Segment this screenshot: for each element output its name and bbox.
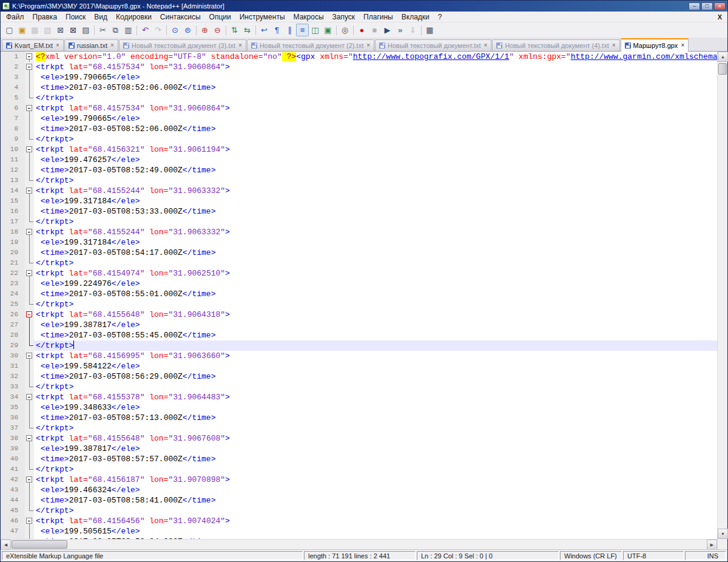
editor-line-39[interactable]: 39 <ele>199.387817</ele> — [1, 444, 717, 454]
code-text[interactable]: <time>2017-03-05T08:56:29.000Z</time> — [34, 371, 717, 382]
fold-collapse-icon[interactable] — [26, 476, 32, 482]
horizontal-scrollbar[interactable]: ◀ ▶ — [1, 539, 717, 549]
document-map-button[interactable]: ◫ — [309, 24, 322, 36]
editor-line-30[interactable]: 30<trkpt lat="68.4156995" lon="31.906366… — [1, 351, 717, 361]
editor-line-11[interactable]: 11 <ele>199.476257</ele> — [1, 155, 717, 165]
editor-line-36[interactable]: 36 <time>2017-03-05T08:57:13.000Z</time> — [1, 413, 717, 423]
scroll-right-button[interactable]: ▶ — [707, 540, 717, 550]
tab-2[interactable]: russian.txt× — [64, 39, 118, 51]
editor-line-9[interactable]: 9</trkpt> — [1, 134, 717, 144]
fold-collapse-icon[interactable] — [26, 311, 32, 317]
tab-6[interactable]: Новый текстовый документ (4).txt× — [492, 39, 619, 51]
code-text[interactable]: <trkpt lat="68.4156187" lon="31.9070898"… — [34, 475, 717, 485]
close-button[interactable]: ⊠ — [54, 24, 67, 36]
fold-collapse-icon[interactable] — [26, 270, 32, 276]
code-text[interactable]: </trkpt> — [34, 382, 717, 392]
fold-collapse-icon[interactable] — [26, 188, 32, 194]
menu-settings[interactable]: Опции — [205, 12, 235, 22]
editor-line-4[interactable]: 4 <time>2017-03-05T08:52:06.000Z</time> — [1, 83, 717, 93]
editor-line-8[interactable]: 8 <time>2017-03-05T08:52:06.000Z</time> — [1, 124, 717, 134]
menu-macros[interactable]: Макросы — [289, 12, 328, 22]
close-button[interactable]: × — [714, 2, 726, 10]
editor-line-42[interactable]: 42<trkpt lat="68.4156187" lon="31.907089… — [1, 475, 717, 485]
run-macro-multiple-times-button[interactable]: » — [394, 24, 406, 36]
new-file-button[interactable]: ▢ — [3, 24, 16, 36]
code-text[interactable]: </trkpt> — [34, 506, 717, 516]
fold-collapse-icon[interactable] — [26, 518, 32, 524]
menu-run[interactable]: Запуск — [328, 12, 360, 22]
code-text[interactable]: <ele>199.224976</ele> — [34, 279, 717, 289]
vertical-scroll-track[interactable] — [718, 62, 727, 529]
code-text[interactable]: <time>2017-03-05T08:55:01.000Z</time> — [34, 289, 717, 299]
editor-line-45[interactable]: 45</trkpt> — [1, 506, 717, 516]
editor-line-40[interactable]: 40 <time>2017-03-05T08:57:57.000Z</time> — [1, 454, 717, 464]
copy-button[interactable]: ⧉ — [109, 24, 122, 36]
start-recording-button[interactable]: ● — [356, 24, 368, 36]
editor-line-3[interactable]: 3 <ele>199.790665</ele> — [1, 72, 717, 83]
code-text[interactable]: <time>2017-03-05T08:52:49.000Z</time> — [34, 165, 717, 175]
editor-line-19[interactable]: 19 <ele>199.317184</ele> — [1, 237, 717, 248]
code-text[interactable]: <ele>199.790665</ele> — [34, 113, 717, 124]
code-text[interactable]: <time>2017-03-05T08:57:13.000Z</time> — [34, 413, 717, 423]
menu-file[interactable]: Файл — [2, 12, 29, 22]
code-text[interactable]: <time>2017-03-05T08:54:17.000Z</time> — [34, 248, 717, 258]
code-text[interactable]: <ele>199.790665</ele> — [34, 72, 717, 83]
fold-collapse-icon[interactable] — [26, 394, 32, 400]
code-text[interactable]: </trkpt> — [34, 423, 717, 433]
status-eol-format[interactable]: Windows (CR LF) — [560, 551, 622, 560]
code-text[interactable]: <ele>199.317184</ele> — [34, 196, 717, 206]
menu-plugins[interactable]: Плагины — [359, 12, 397, 22]
editor-line-34[interactable]: 34<trkpt lat="68.4155378" lon="31.906448… — [1, 392, 717, 402]
editor-line-20[interactable]: 20 <time>2017-03-05T08:54:17.000Z</time> — [1, 248, 717, 258]
minimize-button[interactable]: – — [689, 2, 700, 10]
editor-line-27[interactable]: 27 <ele>199.387817</ele> — [1, 320, 717, 330]
code-text[interactable]: </trkpt> — [34, 299, 717, 310]
code-text[interactable]: <ele>199.387817</ele> — [34, 320, 717, 330]
fold-collapse-icon[interactable] — [26, 53, 32, 59]
close-all-button[interactable]: ⊠ — [67, 24, 79, 36]
menu-view[interactable]: Вид — [90, 12, 112, 22]
code-text[interactable]: <time>2017-03-05T08:57:57.000Z</time> — [34, 454, 717, 464]
tab-close-icon[interactable]: × — [238, 42, 242, 49]
tab-close-icon[interactable]: × — [681, 42, 684, 49]
folder-as-workspace-button[interactable]: ▣ — [322, 24, 334, 36]
editor-line-2[interactable]: 2<trkpt lat="68.4157534" lon="31.9060864… — [1, 62, 717, 72]
tab-close-icon[interactable]: × — [484, 42, 488, 49]
status-encoding[interactable]: UTF-8 — [623, 551, 684, 560]
editor-line-14[interactable]: 14<trkpt lat="68.4155244" lon="31.906333… — [1, 186, 717, 196]
tab-4[interactable]: Новый текстовый документ (2).txt× — [247, 39, 374, 51]
code-text[interactable]: <ele>199.466324</ele> — [34, 485, 717, 495]
code-text[interactable]: <time>2017-03-05T08:52:06.000Z</time> — [34, 83, 717, 93]
playback-macro-button[interactable]: ▶ — [381, 24, 394, 36]
editor-line-21[interactable]: 21</trkpt> — [1, 258, 717, 268]
editor-line-26[interactable]: 26<trkpt lat="68.4155648" lon="31.906431… — [1, 310, 717, 320]
code-text[interactable]: <trkpt lat="68.4155378" lon="31.9064483"… — [34, 392, 717, 402]
editor-line-1[interactable]: 1<?xml version="1.0" encoding="UTF-8" st… — [1, 52, 717, 62]
fold-collapse-icon[interactable] — [26, 146, 32, 152]
code-text[interactable]: </trkpt> — [34, 93, 717, 103]
code-text[interactable]: </trkpt> — [34, 175, 717, 186]
menu-search[interactable]: Поиск — [61, 12, 90, 22]
editor-line-24[interactable]: 24 <time>2017-03-05T08:55:01.000Z</time> — [1, 289, 717, 299]
code-text[interactable]: <ele>199.317184</ele> — [34, 237, 717, 248]
tab-close-icon[interactable]: × — [612, 42, 616, 49]
monitoring-button[interactable]: ◎ — [339, 24, 351, 36]
editor-line-37[interactable]: 37</trkpt> — [1, 423, 717, 433]
horizontal-scroll-thumb[interactable] — [12, 540, 67, 549]
editor-line-44[interactable]: 44 <time>2017-03-05T08:58:41.000Z</time> — [1, 495, 717, 506]
tab-3[interactable]: Новый текстовый документ (3).txt× — [119, 39, 246, 51]
cut-button[interactable]: ✂ — [96, 24, 109, 36]
sync-scroll-horizontal-button[interactable]: ⇆ — [241, 24, 254, 36]
code-text[interactable]: <trkpt lat="68.4154974" lon="31.9062510"… — [34, 268, 717, 279]
code-text[interactable]: <trkpt lat="68.4155244" lon="31.9063332"… — [34, 227, 717, 237]
undo-button[interactable]: ↶ — [139, 24, 152, 36]
tab-close-icon[interactable]: × — [110, 42, 114, 49]
code-text[interactable]: <trkpt lat="68.4155244" lon="31.9063332"… — [34, 186, 717, 196]
status-insert-mode[interactable]: INS — [685, 551, 726, 560]
code-text[interactable]: <ele>199.348633</ele> — [34, 402, 717, 413]
editor-line-32[interactable]: 32 <time>2017-03-05T08:56:29.000Z</time> — [1, 371, 717, 382]
code-text[interactable]: <ele>199.476257</ele> — [34, 155, 717, 165]
editor-line-35[interactable]: 35 <ele>199.348633</ele> — [1, 402, 717, 413]
menu-window[interactable]: Вкладки — [397, 12, 434, 22]
editor-line-5[interactable]: 5</trkpt> — [1, 93, 717, 103]
